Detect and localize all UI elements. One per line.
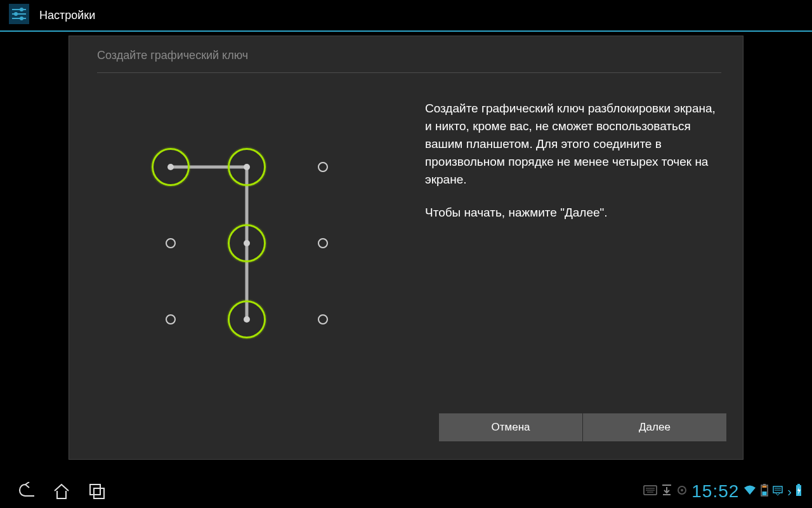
- expand-status-icon[interactable]: [772, 485, 783, 498]
- home-button[interactable]: [46, 479, 77, 504]
- pattern-node-7[interactable]: [166, 314, 176, 324]
- svg-rect-7: [90, 485, 100, 495]
- panel-heading: Создайте графический ключ: [97, 49, 721, 72]
- panel-divider: [97, 72, 721, 73]
- pattern-node-3[interactable]: [318, 162, 328, 172]
- instruction-paragraph-1: Создайте графический ключ разблокировки …: [425, 100, 717, 189]
- wifi-icon: [743, 485, 757, 499]
- svg-point-5: [14, 12, 18, 16]
- next-button[interactable]: Далее: [583, 413, 726, 441]
- svg-rect-8: [94, 488, 104, 498]
- recent-apps-button[interactable]: [81, 479, 113, 504]
- pattern-node-2[interactable]: [228, 148, 266, 186]
- pattern-node-4[interactable]: [166, 238, 176, 248]
- pattern-node-1[interactable]: [152, 148, 190, 186]
- cancel-button[interactable]: Отмена: [439, 413, 582, 441]
- download-icon[interactable]: [661, 484, 672, 499]
- svg-rect-20: [763, 486, 767, 488]
- chevron-right-icon: ›: [787, 485, 792, 499]
- pattern-node-5[interactable]: [228, 224, 266, 262]
- pattern-lock-grid[interactable]: [152, 148, 342, 338]
- svg-rect-19: [763, 491, 767, 495]
- settings-panel: Создайте графический ключ: [69, 36, 743, 460]
- button-row: Отмена Далее: [439, 413, 726, 441]
- settings-icon: [8, 3, 30, 28]
- instruction-area: Создайте графический ключ разблокировки …: [406, 81, 743, 459]
- keyboard-icon[interactable]: [643, 485, 657, 498]
- svg-point-4: [20, 8, 23, 11]
- svg-point-6: [20, 17, 23, 20]
- clock[interactable]: 15:52: [691, 481, 739, 502]
- charging-icon: [796, 484, 802, 499]
- svg-rect-21: [773, 486, 782, 493]
- svg-rect-25: [797, 484, 800, 485]
- action-bar-title: Настройки: [39, 9, 95, 22]
- pattern-node-8[interactable]: [228, 300, 266, 338]
- action-bar-divider: [0, 30, 812, 32]
- system-nav-bar: 15:52 ›: [0, 475, 812, 508]
- action-bar: Настройки: [0, 0, 812, 30]
- battery-icon: [761, 484, 768, 499]
- svg-point-16: [681, 489, 683, 491]
- gps-icon: [676, 485, 688, 498]
- back-button[interactable]: [10, 479, 42, 504]
- pattern-node-6[interactable]: [318, 238, 328, 248]
- svg-rect-18: [763, 484, 766, 485]
- pattern-node-9[interactable]: [318, 314, 328, 324]
- instruction-paragraph-2: Чтобы начать, нажмите "Далее".: [425, 204, 717, 222]
